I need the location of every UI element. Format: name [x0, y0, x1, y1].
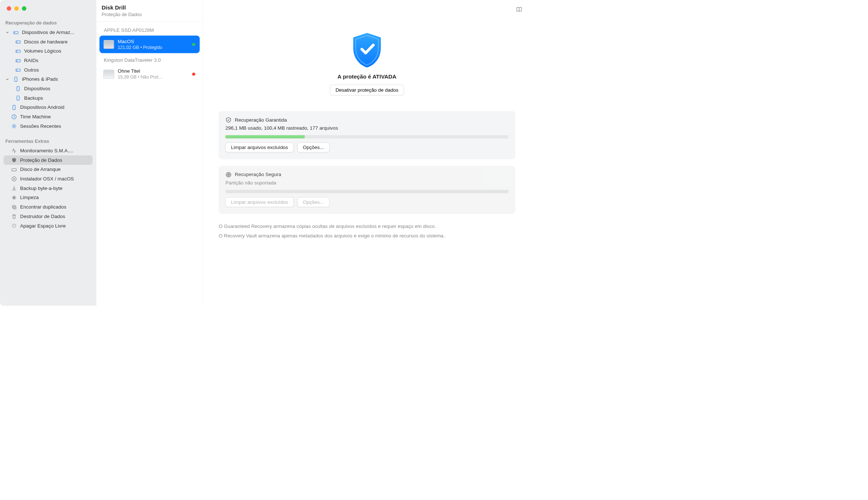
- volume-name: MacOS: [118, 39, 195, 45]
- sparkle-icon: [11, 223, 17, 229]
- drive-icon: [13, 30, 19, 35]
- target-icon: [225, 172, 232, 178]
- internal-drive-icon: [103, 40, 114, 49]
- disable-protection-button[interactable]: Desativar proteção de dados: [330, 85, 404, 95]
- svg-point-5: [17, 51, 17, 51]
- nav-item-label: Destruidor de Dados: [20, 214, 65, 220]
- nav-item-label: RAIDs: [24, 58, 38, 64]
- panel-subtitle: 296,1 MB usado, 100,4 MB rastreado, 177 …: [225, 125, 509, 131]
- download-icon: [11, 186, 17, 191]
- nav-item-cleanup[interactable]: Limpeza: [4, 193, 92, 202]
- nav-item-label: Time Machine: [20, 114, 51, 120]
- shield-icon: [11, 157, 17, 163]
- nav-item-byte-backup[interactable]: Backup byte-a-byte: [4, 184, 92, 193]
- guaranteed-recovery-panel: Recuperação Garantida 296,1 MB usado, 10…: [219, 111, 515, 159]
- volume-group-header: Kingston DataTraveler 3.0: [99, 53, 200, 65]
- progress-bar: [225, 135, 509, 138]
- status-dot-protected: [192, 43, 195, 46]
- protection-hero: A proteção é ATIVADA Desativar proteção …: [203, 0, 531, 104]
- svg-rect-10: [15, 77, 17, 81]
- app-window: Recuperação de dados Dispositivos de Arm…: [0, 0, 531, 306]
- svg-point-22: [228, 174, 229, 175]
- nav-item-label: Dispositivos Android: [20, 104, 64, 110]
- svg-point-1: [14, 33, 15, 33]
- help-book-icon[interactable]: [515, 6, 523, 12]
- nav-item-smart[interactable]: Monitoramento S.M.A....: [4, 146, 92, 156]
- nav-item-android[interactable]: Dispositivos Android: [4, 103, 92, 112]
- clear-excluded-button[interactable]: Limpar arquivos excluídos: [225, 142, 294, 152]
- nav-item-backups[interactable]: Backups: [4, 93, 92, 103]
- volume-name: Ohne Titel: [118, 68, 195, 74]
- sidebar: Recuperação de dados Dispositivos de Arm…: [0, 0, 96, 306]
- app-title: Disk Drill: [102, 4, 197, 11]
- nav-item-recent-sessions[interactable]: Sessões Recentes: [4, 122, 92, 131]
- nav-item-data-shredder[interactable]: Destruidor de Dados: [4, 212, 92, 221]
- svg-rect-18: [12, 205, 15, 208]
- nav-item-label: Discos de hardware: [24, 39, 68, 45]
- hero-title: A proteção é ATIVADA: [338, 73, 396, 80]
- android-icon: [11, 104, 17, 110]
- drive-icon: [15, 48, 21, 54]
- nav-item-hardware-disks[interactable]: Discos de hardware: [4, 37, 92, 47]
- nav-item-logical-volumes[interactable]: Volumes Lógicos: [4, 46, 92, 56]
- nav-item-raids[interactable]: RAIDs: [4, 56, 92, 65]
- volume-item-usb[interactable]: Ohne Titel 15,39 GB • Não Prot...: [99, 65, 200, 83]
- nav-item-label: iPhones & iPads: [22, 76, 58, 82]
- close-icon[interactable]: [7, 6, 11, 11]
- nav-item-osx-installer[interactable]: Instalador OSX / macOS: [4, 174, 92, 184]
- volume-list-panel: Disk Drill Proteção de Dados APPLE SSD A…: [96, 0, 203, 306]
- nav-item-label: Dispositivos: [24, 86, 50, 92]
- main-content: A proteção é ATIVADA Desativar proteção …: [203, 0, 531, 306]
- drive-icon: [15, 39, 21, 45]
- panel-title: Recuperação Garantida: [235, 117, 287, 123]
- volume-item-macos[interactable]: MacOS 121,02 GB • Protegido: [99, 35, 200, 53]
- options-button: Opções...: [297, 197, 330, 207]
- nav-item-others[interactable]: Outros: [4, 65, 92, 75]
- drive-icon: [15, 67, 21, 73]
- nav-item-free-space[interactable]: Apagar Espaço Livre: [4, 221, 92, 230]
- volume-subtitle: 15,39 GB • Não Prot...: [118, 75, 195, 80]
- chevron-down-icon: [6, 76, 10, 82]
- drive-icon: [11, 167, 17, 172]
- nav-item-label: Volumes Lógicos: [24, 48, 61, 54]
- nav-item-label: Outros: [24, 67, 39, 73]
- shield-icon: [225, 117, 232, 123]
- nav-item-drive-backup[interactable]: Disco de Arranque: [4, 165, 92, 174]
- copy-icon: [11, 204, 17, 210]
- nav-item-label: Dispositivos de Armaz...: [22, 30, 90, 35]
- clock-icon: [11, 114, 17, 120]
- window-controls: [0, 4, 96, 18]
- nav-item-duplicates[interactable]: Encontrar duplicados: [4, 202, 92, 212]
- svg-rect-11: [17, 87, 19, 91]
- phone-icon: [15, 86, 21, 92]
- svg-point-3: [17, 42, 17, 42]
- svg-rect-16: [12, 168, 16, 171]
- nav-group-iphones[interactable]: iPhones & iPads: [4, 75, 92, 84]
- options-button[interactable]: Opções...: [297, 142, 330, 152]
- trash-icon: [11, 214, 17, 220]
- nav-item-label: Disco de Arranque: [20, 167, 61, 172]
- status-dot-unprotected: [192, 72, 195, 76]
- svg-point-9: [17, 70, 17, 70]
- progress-bar: [225, 190, 509, 193]
- nav-item-data-protection[interactable]: Proteção de Dados: [4, 156, 92, 165]
- drive-icon: [15, 58, 21, 64]
- svg-point-15: [13, 125, 15, 127]
- svg-rect-19: [14, 206, 16, 209]
- footer-notes: O Guaranteed Recovery armazena cópias oc…: [219, 222, 515, 240]
- nav-item-devices[interactable]: Dispositivos: [4, 84, 92, 93]
- app-subtitle: Proteção de Dados: [102, 12, 197, 17]
- fullscreen-icon[interactable]: [22, 6, 26, 11]
- nav-item-time-machine[interactable]: Time Machine: [4, 112, 92, 122]
- minimize-icon[interactable]: [14, 6, 19, 11]
- phone-icon: [15, 95, 21, 101]
- nav-item-label: Backup byte-a-byte: [20, 186, 62, 191]
- nav-group-storage[interactable]: Dispositivos de Armaz...: [4, 28, 92, 37]
- nav-item-label: Proteção de Dados: [20, 157, 62, 163]
- external-drive-icon: [103, 69, 114, 78]
- panel-title: Recuperação Segura: [235, 172, 281, 178]
- nav-item-label: Apagar Espaço Livre: [20, 223, 66, 229]
- nav-item-label: Limpeza: [20, 195, 39, 201]
- nav-item-label: Backups: [24, 95, 43, 101]
- panel-subtitle: Partição não suportada: [225, 180, 509, 186]
